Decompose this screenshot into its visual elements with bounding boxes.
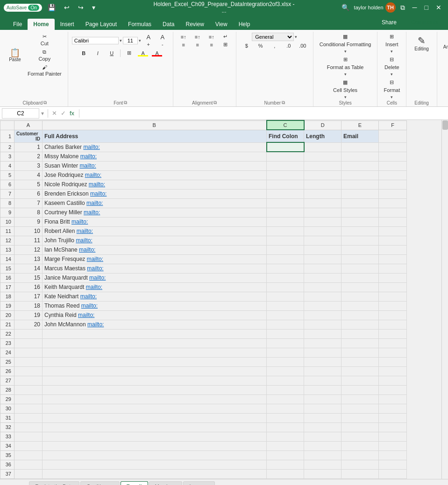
redo-button[interactable]: ↪ (75, 3, 86, 12)
cell-e29[interactable] (341, 394, 379, 404)
cell-a10[interactable]: 9 (14, 217, 43, 226)
cell-b18[interactable]: Kate Neidhart mailto: (43, 292, 267, 301)
cell-f11[interactable] (379, 226, 407, 236)
comments-button[interactable]: Comments (405, 17, 444, 28)
cell-a14[interactable]: 13 (14, 254, 43, 264)
cell-d28[interactable] (304, 385, 341, 394)
cancel-formula-icon[interactable]: ✕ (52, 110, 57, 117)
cell-d31[interactable] (304, 413, 341, 422)
cell-b3[interactable]: Missy Malone mailto: (43, 152, 267, 161)
cell-c5[interactable] (267, 170, 304, 180)
row-header-5[interactable]: 5 (0, 170, 14, 180)
font-name-dropdown-icon[interactable]: ▾ (120, 38, 122, 43)
col-header-d[interactable]: D (304, 120, 341, 130)
col-header-f[interactable]: F (379, 120, 407, 130)
vertical-scrollbar[interactable] (441, 120, 448, 479)
cell-c10[interactable] (267, 217, 304, 226)
cell-c20[interactable] (267, 310, 304, 320)
cell-c32[interactable] (267, 422, 304, 432)
row-header-30[interactable]: 30 (0, 404, 14, 413)
minimize-button[interactable]: ─ (410, 3, 420, 12)
row-header-23[interactable]: 23 (0, 338, 14, 348)
clipboard-expand-icon[interactable]: ⧉ (43, 100, 47, 105)
cell-f30[interactable] (379, 404, 407, 413)
cell-e26[interactable] (341, 366, 379, 376)
cell-d2[interactable] (304, 142, 341, 152)
cell-d20[interactable] (304, 310, 341, 320)
cell-c35[interactable] (267, 450, 304, 460)
cell-c15[interactable] (267, 264, 304, 273)
tab-page-layout[interactable]: Page Layout (80, 19, 122, 30)
cell-d24[interactable] (304, 348, 341, 357)
row-header-6[interactable]: 6 (0, 180, 14, 189)
cell-c33[interactable] (267, 432, 304, 441)
sheet-tab-custnames[interactable]: CustNames (80, 481, 119, 485)
cell-c25[interactable] (267, 357, 304, 366)
cell-f31[interactable] (379, 413, 407, 422)
cell-d13[interactable] (304, 245, 341, 254)
cell-e9[interactable] (341, 208, 379, 217)
row-header-36[interactable]: 36 (0, 460, 14, 469)
cell-d19[interactable] (304, 301, 341, 310)
restore-button[interactable]: ⧉ (398, 3, 408, 13)
row-header-8[interactable]: 8 (0, 198, 14, 208)
cell-d25[interactable] (304, 357, 341, 366)
cell-f29[interactable] (379, 394, 407, 404)
row-header-10[interactable]: 10 (0, 217, 14, 226)
cell-d22[interactable] (304, 329, 341, 338)
cell-a20[interactable]: 19 (14, 310, 43, 320)
cell-d37[interactable] (304, 469, 341, 478)
sheet-tab-e-mail[interactable]: E-mail (121, 481, 148, 485)
cell-e2[interactable] (341, 142, 379, 152)
cell-d17[interactable] (304, 282, 341, 292)
cell-e27[interactable] (341, 376, 379, 385)
cell-d34[interactable] (304, 441, 341, 450)
cell-f21[interactable] (379, 320, 407, 329)
row-header-19[interactable]: 19 (0, 301, 14, 310)
cell-d1[interactable]: Length (304, 130, 341, 142)
number-format-dropdown-icon[interactable]: ▾ (295, 35, 297, 39)
tab-insert[interactable]: Insert (55, 19, 80, 30)
cell-b31[interactable] (43, 413, 267, 422)
row-header-1[interactable]: 1 (0, 130, 14, 142)
tab-formulas[interactable]: Formulas (122, 19, 157, 30)
format-button[interactable]: ⊟ Format ▾ (381, 78, 402, 100)
cell-e31[interactable] (341, 413, 379, 422)
cell-b19[interactable]: Thomas Reed mailto: (43, 301, 267, 310)
analyze-data-button[interactable]: 📊 Analyze Data (441, 33, 448, 51)
cell-f5[interactable] (379, 170, 407, 180)
cell-a32[interactable] (14, 422, 43, 432)
autosave-toggle[interactable]: AutoSave On (4, 4, 42, 12)
font-expand-icon[interactable]: ⧉ (124, 100, 127, 105)
font-size-input[interactable] (123, 37, 138, 44)
cell-b4[interactable]: Susan Winter mailto: (43, 161, 267, 170)
cell-f23[interactable] (379, 338, 407, 348)
cell-d33[interactable] (304, 432, 341, 441)
cell-b36[interactable] (43, 460, 267, 469)
cell-b24[interactable] (43, 348, 267, 357)
row-header-29[interactable]: 29 (0, 394, 14, 404)
sheet-options-button[interactable]: ⋮ (21, 484, 27, 485)
cell-d10[interactable] (304, 217, 341, 226)
underline-button[interactable]: U (105, 49, 118, 57)
cell-b9[interactable]: Courtney Miller mailto: (43, 208, 267, 217)
cell-f8[interactable] (379, 198, 407, 208)
cell-a5[interactable]: 4 (14, 170, 43, 180)
cell-a31[interactable] (14, 413, 43, 422)
col-header-a[interactable]: A (14, 120, 43, 130)
cell-f4[interactable] (379, 161, 407, 170)
cell-b10[interactable]: Fiona Britt mailto: (43, 217, 267, 226)
cell-a33[interactable] (14, 432, 43, 441)
sheet-nav-left[interactable]: ◀ (2, 484, 7, 485)
user-avatar[interactable]: TH (385, 2, 396, 13)
cell-c27[interactable] (267, 376, 304, 385)
cell-c36[interactable] (267, 460, 304, 469)
cell-c17[interactable] (267, 282, 304, 292)
cell-e28[interactable] (341, 385, 379, 394)
cell-f25[interactable] (379, 357, 407, 366)
sheet-nav-right[interactable]: ▶ (8, 484, 13, 485)
col-header-c[interactable]: C (267, 120, 304, 130)
cell-c11[interactable] (267, 226, 304, 236)
cell-e4[interactable] (341, 161, 379, 170)
cell-e23[interactable] (341, 338, 379, 348)
